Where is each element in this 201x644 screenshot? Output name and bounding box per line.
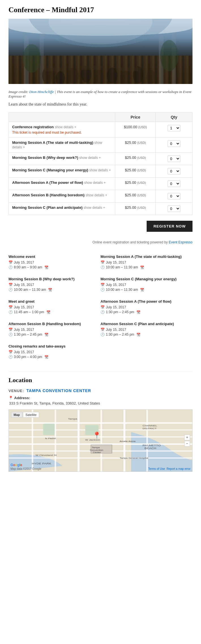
svg-point-18 <box>23 44 41 73</box>
calendar-icon: 📅 <box>100 305 105 309</box>
map-copyright: Map data ©2017 Google <box>10 467 41 470</box>
add-to-calendar-icon[interactable]: 📆 <box>48 288 52 292</box>
ticket-name: Morning Session C (Plan and anticipate) <box>12 205 82 210</box>
event-date: 📅 July 15, 2017 <box>8 283 95 287</box>
map-pin-icon: 📍 <box>8 396 13 400</box>
ticket-qty[interactable]: 012345678910 <box>156 165 193 178</box>
clock-icon: 🕐 <box>100 332 105 336</box>
svg-point-8 <box>68 68 79 83</box>
ticket-price: $25.00 (USD) <box>115 138 156 153</box>
svg-point-12 <box>120 70 130 84</box>
svg-rect-30 <box>100 410 102 472</box>
qty-select[interactable]: 012345678910 <box>168 193 180 199</box>
event-time: 🕐 10:00 am – 11:30 am 📆 <box>100 265 190 269</box>
qty-select[interactable]: 012345678910 <box>168 125 180 131</box>
add-to-calendar-icon[interactable]: 📆 <box>140 266 144 269</box>
event-time: 🕐 1:30 pm – 2:45 pm 📆 <box>8 332 95 336</box>
terms-of-use-link[interactable]: Terms of Use <box>148 467 165 470</box>
table-row: Morning Session B (Why deep work?) show … <box>9 153 193 165</box>
qty-select[interactable]: 012345678910 <box>168 140 180 147</box>
event-title: Afternoon Session C (Plan and anticipate… <box>100 322 190 326</box>
svg-point-11 <box>107 68 117 83</box>
event-espresso-link[interactable]: Event Espresso <box>169 240 193 244</box>
venue-name-link[interactable]: TAMPA CONVENTION CENTER <box>26 388 91 393</box>
event-time: 🕐 10:00 am – 11:30 am 📆 <box>100 288 190 292</box>
clock-icon: 🕐 <box>100 288 105 292</box>
required-notice: This ticket is required and must be purc… <box>12 131 112 134</box>
ticket-price: $25.00 (USD) <box>115 153 156 165</box>
event-date: 📅 July 15, 2017 <box>8 305 95 309</box>
map-tab-map[interactable]: Map <box>11 412 22 418</box>
svg-rect-28 <box>55 410 56 472</box>
page-title: Conference – Mindful 2017 <box>8 6 193 14</box>
table-row: Conference registration show details +Th… <box>9 122 193 138</box>
qty-select[interactable]: 012345678910 <box>168 205 180 212</box>
show-details-link[interactable]: show details + <box>84 181 106 185</box>
powered-by: Online event registration and ticketing … <box>8 240 193 244</box>
clock-icon: 🕐 <box>8 265 13 269</box>
ticket-name: Morning Session C (Managing your energy) <box>12 168 88 172</box>
ticket-name: Morning Session A (The state of multi-ta… <box>12 140 93 145</box>
svg-text:BEACH: BEACH <box>144 447 156 449</box>
event-title: Afternoon Session A (The power of flow) <box>100 299 190 304</box>
svg-rect-15 <box>45 67 65 71</box>
svg-rect-33 <box>43 424 55 435</box>
ticket-qty[interactable]: 012345678910 <box>156 178 193 190</box>
report-map-error-link[interactable]: Report a map error <box>167 467 191 470</box>
clock-icon: 🕐 <box>8 288 13 292</box>
clock-icon: 🕐 <box>8 310 13 314</box>
show-details-link[interactable]: show details + <box>55 125 76 129</box>
ticket-name: Conference registration <box>12 125 54 129</box>
show-details-link[interactable]: show details + <box>84 206 105 210</box>
add-to-calendar-icon[interactable]: 📆 <box>136 310 140 314</box>
ticket-qty[interactable]: 012345678910 <box>156 190 193 203</box>
ticket-price: $25.00 (USD) <box>115 178 156 190</box>
map-zoom-out-button[interactable]: − <box>184 441 190 447</box>
add-to-calendar-icon[interactable]: 📆 <box>44 266 48 269</box>
col-header-qty: Qty <box>156 113 193 122</box>
event-time: 🕐 8:00 am – 9:00 am 📆 <box>8 265 95 269</box>
ticket-qty[interactable]: 012345678910 <box>156 203 193 215</box>
ticket-name: Afternoon Session B (Handling boredom) <box>12 193 85 197</box>
svg-text:PALMETTO: PALMETTO <box>142 444 161 447</box>
add-to-calendar-icon[interactable]: 📆 <box>46 310 50 314</box>
image-credit-link[interactable]: Dion Hinchcliffe <box>29 90 54 94</box>
add-to-calendar-icon[interactable]: 📆 <box>136 333 140 336</box>
event-time: 🕐 3:00 pm – 4:00 pm 📆 <box>8 355 95 359</box>
event-title: Morning Session A (The state of multi-ta… <box>100 254 190 259</box>
event-date: 📅 July 15, 2017 <box>100 260 190 264</box>
svg-text:Tampa: Tampa <box>68 417 77 420</box>
add-to-calendar-icon[interactable]: 📆 <box>44 333 48 336</box>
ticket-qty[interactable]: 012345678910 <box>156 153 193 165</box>
svg-text:CHANNEL: CHANNEL <box>142 424 157 427</box>
show-details-link[interactable]: show details + <box>85 193 107 197</box>
calendar-icon: 📅 <box>8 283 13 287</box>
event-item: Morning Session C (Managing your energy)… <box>100 273 193 296</box>
events-grid: Welcome event 📅 July 15, 2017 🕐 8:00 am … <box>8 251 193 363</box>
add-to-calendar-icon[interactable]: 📆 <box>140 288 144 292</box>
calendar-icon: 📅 <box>8 328 13 332</box>
svg-text:Amalie Arena: Amalie Arena <box>120 440 136 443</box>
map-tab-satellite[interactable]: Satellite <box>23 412 39 418</box>
ticket-qty[interactable]: 012345678910 <box>156 122 193 138</box>
svg-rect-29 <box>78 410 80 472</box>
col-header-price: Price <box>115 113 156 122</box>
intro-text: Learn about the state of mindfulness for… <box>8 102 193 107</box>
event-date: 📅 July 15, 2017 <box>8 260 95 264</box>
clock-icon: 🕐 <box>100 310 105 314</box>
qty-select[interactable]: 012345678910 <box>168 155 180 162</box>
qty-select[interactable]: 012345678910 <box>168 180 180 187</box>
event-item: Morning Session B (Why deep work?) 📅 Jul… <box>8 273 100 296</box>
ticket-qty[interactable]: 012345678910 <box>156 138 193 153</box>
show-details-link[interactable]: show details + <box>79 156 101 160</box>
register-button[interactable]: REGISTER NOW <box>147 221 193 232</box>
svg-text:Tampa: Tampa <box>92 447 100 449</box>
add-to-calendar-icon[interactable]: 📆 <box>44 355 48 359</box>
registration-table: Price Qty Conference registration show d… <box>8 112 193 215</box>
svg-point-14 <box>146 70 156 84</box>
svg-rect-17 <box>117 67 138 71</box>
map-zoom-in-button[interactable]: + <box>184 435 190 440</box>
ticket-price: $25.00 (USD) <box>115 190 156 203</box>
show-details-link[interactable]: show details + <box>89 168 111 172</box>
qty-select[interactable]: 012345678910 <box>168 168 180 174</box>
